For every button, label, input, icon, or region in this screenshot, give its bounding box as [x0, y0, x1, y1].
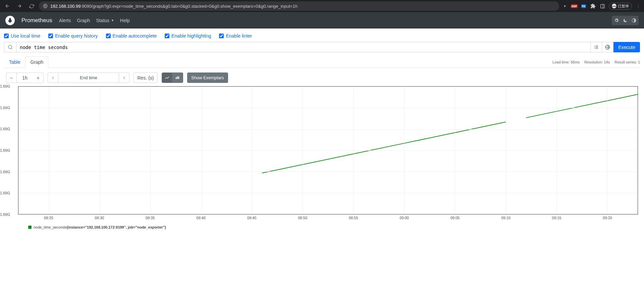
format-icon[interactable]	[591, 42, 602, 52]
search-icon	[4, 42, 16, 52]
nav-help[interactable]: Help	[120, 18, 130, 23]
option-label: Enable autocomplete	[113, 33, 157, 39]
globe-icon	[43, 4, 48, 8]
nav-graph[interactable]: Graph	[77, 18, 90, 23]
gear-icon[interactable]	[612, 16, 621, 25]
chart-type-toggle	[162, 72, 183, 83]
time-next-button[interactable]	[119, 72, 129, 83]
graph-controls: − 1h + End time Res. (s) Show Exemplars	[0, 68, 644, 86]
reload-button[interactable]	[27, 1, 36, 11]
tab-table[interactable]: Table	[4, 56, 25, 68]
legend[interactable]: node_time_seconds{instance="192.168.100.…	[6, 221, 638, 232]
tabs-row: Table Graph Load time: 56ms Resolution: …	[0, 52, 644, 68]
prometheus-logo	[5, 16, 15, 25]
range-plus-button[interactable]: +	[33, 72, 44, 83]
stacked-chart-icon[interactable]	[172, 72, 183, 83]
expression-input[interactable]	[16, 42, 591, 52]
globe-icon[interactable]	[602, 42, 613, 52]
execute-button[interactable]: Execute	[613, 42, 640, 52]
x-axis: 08:2508:3008:3508:4008:4508:5008:5509:00…	[18, 214, 638, 221]
svg-point-3	[8, 45, 12, 49]
chart-plot[interactable]	[18, 86, 638, 214]
pause-label: 已暂停	[618, 4, 629, 9]
checkbox[interactable]	[165, 34, 169, 38]
stat-resolution: Resolution: 14s	[584, 60, 610, 64]
checkbox[interactable]	[48, 34, 53, 38]
end-time-input[interactable]: End time	[58, 72, 119, 83]
time-prev-button[interactable]	[48, 72, 58, 83]
tab-graph[interactable]: Graph	[25, 56, 48, 68]
forward-button[interactable]	[15, 1, 24, 11]
option-label: Enable linter	[226, 33, 252, 39]
brand-title: Prometheus	[21, 17, 52, 24]
range-minus-button[interactable]: −	[6, 72, 17, 83]
option-label: Enable query history	[55, 33, 98, 39]
resolution-input[interactable]: Res. (s)	[133, 72, 158, 83]
range-value[interactable]: 1h	[17, 72, 33, 83]
option-label: Enable highlighting	[171, 33, 211, 39]
back-button[interactable]	[3, 1, 12, 11]
query-stats: Load time: 56ms Resolution: 14s Result s…	[552, 60, 640, 64]
legend-text: node_time_seconds{instance="192.168.100.…	[34, 225, 166, 229]
option-autocomplete[interactable]: Enable autocomplete	[106, 33, 157, 39]
stat-load-time: Load time: 56ms	[552, 60, 580, 64]
v-extension-icon[interactable]: ▼	[562, 3, 568, 9]
kebab-menu-icon[interactable]: ⋮	[635, 3, 641, 9]
stat-series: Result series: 1	[614, 60, 640, 64]
show-exemplars-button[interactable]: Show Exemplars	[187, 72, 228, 83]
url-text: 192.168.100.99:9090/graph?g0.expr=node_t…	[50, 4, 298, 9]
abp-extension-icon[interactable]: ABP	[571, 3, 577, 9]
contrast-icon[interactable]	[630, 16, 638, 25]
chart-area: 1.69G1.69G1.69G1.69G1.69G1.69G1.69G 08:2…	[0, 86, 644, 235]
options-row: Use local time Enable query history Enab…	[0, 29, 644, 42]
moon-icon[interactable]	[621, 16, 629, 25]
checkbox[interactable]	[219, 34, 224, 38]
nav-alerts[interactable]: Alerts	[59, 18, 71, 23]
nav-status[interactable]: Status▼	[96, 18, 114, 23]
profile-badge: uru	[612, 4, 616, 8]
panel-icon[interactable]	[599, 3, 605, 9]
y-axis: 1.69G1.69G1.69G1.69G1.69G1.69G1.69G	[0, 86, 11, 214]
line-chart-icon[interactable]	[162, 72, 172, 83]
range-stepper: − 1h +	[6, 72, 44, 83]
query-row: Execute	[0, 42, 644, 52]
svg-rect-1	[600, 4, 604, 8]
option-highlighting[interactable]: Enable highlighting	[165, 33, 211, 39]
profile-pause-pill[interactable]: uru 已暂停	[609, 3, 632, 10]
option-linter[interactable]: Enable linter	[219, 33, 252, 39]
header-theme-toggle	[612, 16, 639, 25]
nav-links: Alerts Graph Status▼ Help	[59, 18, 130, 23]
option-query-history[interactable]: Enable query history	[48, 33, 98, 39]
browser-toolbar: 192.168.100.99:9090/graph?g0.expr=node_t…	[0, 0, 644, 12]
option-use-local-time[interactable]: Use local time	[4, 33, 40, 39]
option-label: Use local time	[11, 33, 40, 39]
address-bar[interactable]: 192.168.100.99:9090/graph?g0.expr=node_t…	[39, 1, 559, 11]
checkbox[interactable]	[106, 34, 111, 38]
legend-swatch	[28, 226, 32, 229]
extension-area: ▼ ABP FE uru 已暂停 ⋮	[562, 3, 641, 10]
fe-extension-icon[interactable]: FE	[581, 3, 587, 9]
checkbox[interactable]	[4, 34, 9, 38]
extensions-icon[interactable]	[590, 3, 596, 9]
app-header: Prometheus Alerts Graph Status▼ Help	[0, 12, 644, 29]
end-time-group: End time	[48, 72, 129, 83]
